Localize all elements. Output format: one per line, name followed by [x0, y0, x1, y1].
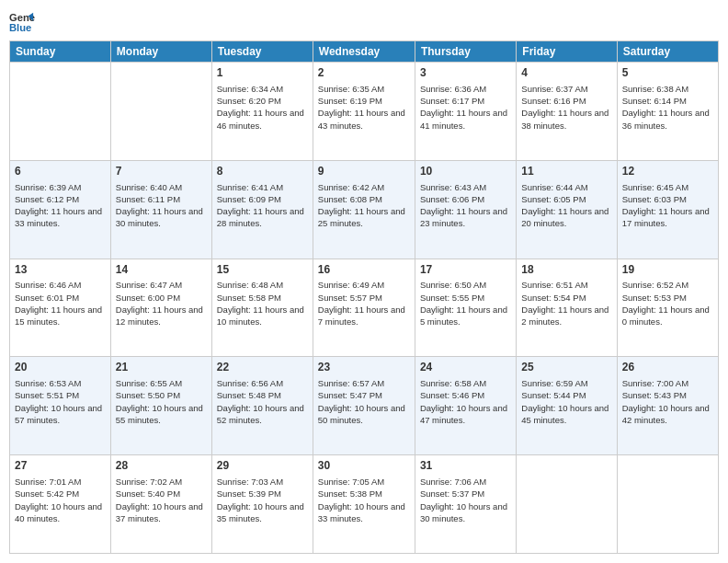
logo: General Blue [9, 9, 35, 35]
date-number: 15 [217, 262, 308, 278]
cell-content: Sunrise: 7:00 AMSunset: 5:43 PMDaylight:… [622, 377, 713, 426]
date-number: 13 [15, 262, 106, 278]
calendar-cell: 8Sunrise: 6:41 AMSunset: 6:09 PMDaylight… [211, 160, 313, 259]
cell-content: Sunrise: 6:34 AMSunset: 6:20 PMDaylight:… [217, 83, 308, 132]
calendar-table: SundayMondayTuesdayWednesdayThursdayFrid… [9, 40, 719, 554]
calendar-cell: 14Sunrise: 6:47 AMSunset: 6:00 PMDayligh… [110, 259, 211, 357]
cell-content: Sunrise: 6:39 AMSunset: 6:12 PMDaylight:… [15, 181, 106, 230]
calendar-cell: 3Sunrise: 6:36 AMSunset: 6:17 PMDaylight… [415, 63, 516, 161]
cell-content: Sunrise: 6:36 AMSunset: 6:17 PMDaylight:… [420, 83, 511, 132]
calendar-cell: 12Sunrise: 6:45 AMSunset: 6:03 PMDayligh… [617, 160, 718, 259]
date-number: 18 [521, 262, 611, 278]
cell-content: Sunrise: 6:56 AMSunset: 5:48 PMDaylight:… [217, 377, 308, 426]
calendar-cell [517, 455, 617, 554]
cell-content: Sunrise: 6:48 AMSunset: 5:58 PMDaylight:… [217, 279, 308, 327]
date-number: 16 [318, 262, 410, 278]
date-number: 11 [521, 164, 611, 179]
cell-content: Sunrise: 6:53 AMSunset: 5:51 PMDaylight:… [15, 377, 106, 426]
calendar-cell: 10Sunrise: 6:43 AMSunset: 6:06 PMDayligh… [415, 160, 516, 259]
calendar-cell: 19Sunrise: 6:52 AMSunset: 5:53 PMDayligh… [617, 259, 718, 357]
calendar-cell: 23Sunrise: 6:57 AMSunset: 5:47 PMDayligh… [313, 357, 415, 455]
date-number: 25 [521, 360, 611, 375]
calendar-cell [10, 63, 111, 161]
date-number: 24 [420, 360, 511, 375]
week-row-3: 13Sunrise: 6:46 AMSunset: 6:01 PMDayligh… [10, 259, 719, 357]
calendar-cell [617, 455, 718, 554]
date-number: 12 [622, 164, 713, 179]
date-number: 19 [622, 262, 713, 278]
cell-content: Sunrise: 7:06 AMSunset: 5:37 PMDaylight:… [420, 476, 511, 524]
date-number: 5 [622, 65, 713, 81]
date-number: 7 [116, 164, 207, 179]
cell-content: Sunrise: 6:58 AMSunset: 5:46 PMDaylight:… [420, 377, 511, 426]
date-number: 29 [217, 458, 308, 474]
cell-content: Sunrise: 6:45 AMSunset: 6:03 PMDaylight:… [622, 181, 713, 230]
cell-content: Sunrise: 7:01 AMSunset: 5:42 PMDaylight:… [15, 476, 106, 524]
calendar-cell: 26Sunrise: 7:00 AMSunset: 5:43 PMDayligh… [617, 357, 718, 455]
calendar-cell: 17Sunrise: 6:50 AMSunset: 5:55 PMDayligh… [415, 259, 516, 357]
calendar-cell: 6Sunrise: 6:39 AMSunset: 6:12 PMDaylight… [10, 160, 111, 259]
header: General Blue [9, 9, 719, 35]
day-header-monday: Monday [110, 41, 211, 63]
calendar-cell [110, 63, 211, 161]
calendar-cell: 5Sunrise: 6:38 AMSunset: 6:14 PMDaylight… [617, 63, 718, 161]
calendar-cell: 15Sunrise: 6:48 AMSunset: 5:58 PMDayligh… [211, 259, 313, 357]
date-number: 6 [15, 164, 106, 179]
date-number: 20 [15, 360, 106, 375]
day-header-sunday: Sunday [10, 41, 111, 63]
calendar-cell: 31Sunrise: 7:06 AMSunset: 5:37 PMDayligh… [415, 455, 516, 554]
calendar-cell: 20Sunrise: 6:53 AMSunset: 5:51 PMDayligh… [10, 357, 111, 455]
calendar-cell: 18Sunrise: 6:51 AMSunset: 5:54 PMDayligh… [517, 259, 617, 357]
cell-content: Sunrise: 6:51 AMSunset: 5:54 PMDaylight:… [521, 279, 611, 327]
cell-content: Sunrise: 6:43 AMSunset: 6:06 PMDaylight:… [420, 181, 511, 230]
date-number: 4 [521, 65, 611, 81]
date-number: 27 [15, 458, 106, 474]
day-header-wednesday: Wednesday [313, 41, 415, 63]
calendar-page: General Blue SundayMondayTuesdayWednesda… [0, 0, 728, 563]
date-number: 23 [318, 360, 410, 375]
day-header-saturday: Saturday [617, 41, 718, 63]
week-row-5: 27Sunrise: 7:01 AMSunset: 5:42 PMDayligh… [10, 455, 719, 554]
date-number: 14 [116, 262, 207, 278]
date-number: 17 [420, 262, 511, 278]
day-header-thursday: Thursday [415, 41, 516, 63]
cell-content: Sunrise: 7:03 AMSunset: 5:39 PMDaylight:… [217, 476, 308, 524]
cell-content: Sunrise: 6:55 AMSunset: 5:50 PMDaylight:… [116, 377, 207, 426]
logo-icon: General Blue [9, 9, 35, 35]
calendar-cell: 22Sunrise: 6:56 AMSunset: 5:48 PMDayligh… [211, 357, 313, 455]
calendar-cell: 29Sunrise: 7:03 AMSunset: 5:39 PMDayligh… [211, 455, 313, 554]
date-number: 2 [318, 65, 410, 81]
date-number: 10 [420, 164, 511, 179]
week-row-4: 20Sunrise: 6:53 AMSunset: 5:51 PMDayligh… [10, 357, 719, 455]
date-number: 28 [116, 458, 207, 474]
calendar-cell: 28Sunrise: 7:02 AMSunset: 5:40 PMDayligh… [110, 455, 211, 554]
date-number: 21 [116, 360, 207, 375]
date-number: 8 [217, 164, 308, 179]
calendar-cell: 11Sunrise: 6:44 AMSunset: 6:05 PMDayligh… [517, 160, 617, 259]
cell-content: Sunrise: 6:49 AMSunset: 5:57 PMDaylight:… [318, 279, 410, 327]
day-header-friday: Friday [517, 41, 617, 63]
cell-content: Sunrise: 6:40 AMSunset: 6:11 PMDaylight:… [116, 181, 207, 230]
cell-content: Sunrise: 6:42 AMSunset: 6:08 PMDaylight:… [318, 181, 410, 230]
week-row-2: 6Sunrise: 6:39 AMSunset: 6:12 PMDaylight… [10, 160, 719, 259]
header-row: SundayMondayTuesdayWednesdayThursdayFrid… [10, 41, 719, 63]
calendar-cell: 21Sunrise: 6:55 AMSunset: 5:50 PMDayligh… [110, 357, 211, 455]
date-number: 26 [622, 360, 713, 375]
cell-content: Sunrise: 7:05 AMSunset: 5:38 PMDaylight:… [318, 476, 410, 524]
date-number: 3 [420, 65, 511, 81]
cell-content: Sunrise: 7:02 AMSunset: 5:40 PMDaylight:… [116, 476, 207, 524]
calendar-cell: 16Sunrise: 6:49 AMSunset: 5:57 PMDayligh… [313, 259, 415, 357]
cell-content: Sunrise: 6:35 AMSunset: 6:19 PMDaylight:… [318, 83, 410, 132]
cell-content: Sunrise: 6:38 AMSunset: 6:14 PMDaylight:… [622, 83, 713, 132]
calendar-cell: 25Sunrise: 6:59 AMSunset: 5:44 PMDayligh… [517, 357, 617, 455]
svg-text:Blue: Blue [9, 22, 31, 33]
date-number: 22 [217, 360, 308, 375]
cell-content: Sunrise: 6:41 AMSunset: 6:09 PMDaylight:… [217, 181, 308, 230]
cell-content: Sunrise: 6:37 AMSunset: 6:16 PMDaylight:… [521, 83, 611, 132]
cell-content: Sunrise: 6:52 AMSunset: 5:53 PMDaylight:… [622, 279, 713, 327]
calendar-cell: 24Sunrise: 6:58 AMSunset: 5:46 PMDayligh… [415, 357, 516, 455]
calendar-cell: 9Sunrise: 6:42 AMSunset: 6:08 PMDaylight… [313, 160, 415, 259]
calendar-cell: 30Sunrise: 7:05 AMSunset: 5:38 PMDayligh… [313, 455, 415, 554]
calendar-cell: 1Sunrise: 6:34 AMSunset: 6:20 PMDaylight… [211, 63, 313, 161]
calendar-cell: 13Sunrise: 6:46 AMSunset: 6:01 PMDayligh… [10, 259, 111, 357]
